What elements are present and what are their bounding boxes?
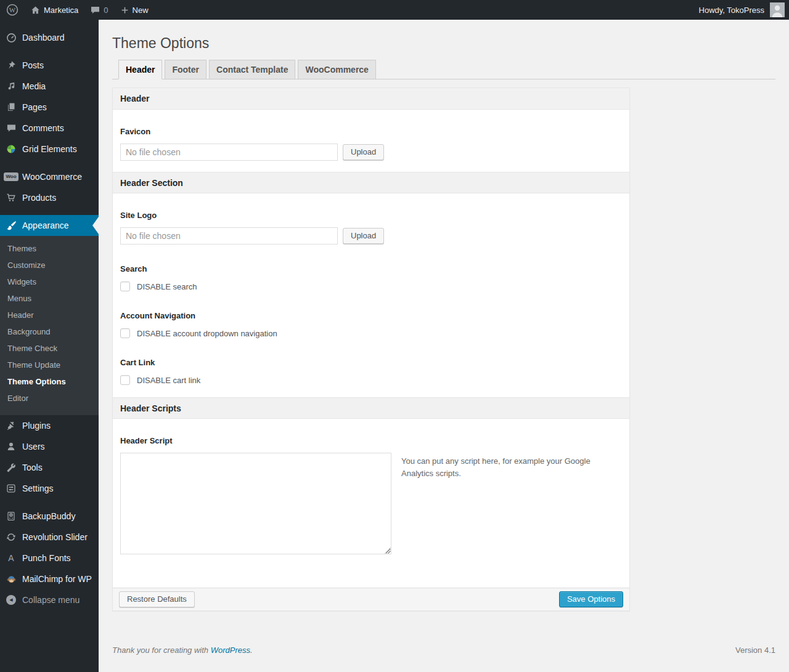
restore-defaults-button[interactable]: Restore Defaults bbox=[119, 591, 195, 607]
plug-icon bbox=[5, 419, 17, 432]
dashboard-icon bbox=[5, 31, 17, 44]
sidebar-item-tools[interactable]: Tools bbox=[0, 457, 99, 478]
sidebar-item-collapse-menu[interactable]: ◀ Collapse menu bbox=[0, 589, 99, 610]
submenu-item-theme-check[interactable]: Theme Check bbox=[0, 340, 99, 357]
site-name-label: Marketica bbox=[44, 6, 78, 15]
admin-bar: W Marketica 0 New Howdy, TokoPress bbox=[0, 0, 789, 20]
disable-search-checkbox[interactable] bbox=[120, 281, 130, 291]
section-body-header-section: Site Logo Upload Search DISABLE search A… bbox=[113, 193, 629, 397]
user-icon bbox=[5, 440, 17, 453]
account-menu[interactable]: Howdy, TokoPress bbox=[699, 0, 789, 20]
sidebar-item-appearance[interactable]: Appearance bbox=[0, 215, 99, 236]
cart-icon bbox=[5, 192, 17, 204]
submenu-item-widgets[interactable]: Widgets bbox=[0, 273, 99, 290]
section-body-header: Favicon Upload bbox=[113, 110, 629, 172]
letter-a-icon: A bbox=[5, 552, 17, 564]
brush-icon bbox=[5, 219, 17, 232]
disable-search-label: DISABLE search bbox=[137, 282, 197, 291]
disable-cart-link-checkbox[interactable] bbox=[120, 375, 130, 385]
sidebar-item-dashboard[interactable]: Dashboard bbox=[0, 27, 99, 48]
submenu-item-menus[interactable]: Menus bbox=[0, 290, 99, 307]
submenu-item-theme-update[interactable]: Theme Update bbox=[0, 357, 99, 373]
sidebar-item-plugins[interactable]: Plugins bbox=[0, 415, 99, 436]
disable-account-nav-checkbox[interactable] bbox=[120, 328, 130, 338]
admin-sidebar: Dashboard Posts Media Pages Comments Gri… bbox=[0, 20, 99, 672]
tab-header[interactable]: Header bbox=[118, 60, 162, 79]
comments-shortcut[interactable]: 0 bbox=[84, 0, 114, 20]
header-script-label: Header Script bbox=[120, 436, 622, 445]
tab-contact-template[interactable]: Contact Template bbox=[209, 60, 295, 79]
sidebar-item-mailchimp[interactable]: MailChimp for WP bbox=[0, 569, 99, 589]
sidebar-item-posts[interactable]: Posts bbox=[0, 55, 99, 76]
panel-footer: Restore Defaults Save Options bbox=[113, 588, 629, 610]
disable-search-row: DISABLE search bbox=[120, 281, 622, 291]
footer-thanks-text: Thank you for creating with WordPress. bbox=[112, 646, 253, 655]
site-logo-label: Site Logo bbox=[120, 211, 622, 220]
favicon-upload-button[interactable]: Upload bbox=[343, 144, 384, 160]
sidebar-item-grid-elements[interactable]: Grid Elements bbox=[0, 139, 99, 160]
submenu-item-themes[interactable]: Themes bbox=[0, 240, 99, 257]
favicon-label: Favicon bbox=[120, 127, 622, 136]
admin-bar-left: W Marketica 0 New bbox=[0, 0, 155, 20]
tab-bar: HeaderFooterContact TemplateWooCommerce bbox=[112, 60, 775, 79]
submenu-item-header[interactable]: Header bbox=[0, 307, 99, 323]
sidebar-item-punch-fonts[interactable]: A Punch Fonts bbox=[0, 548, 99, 569]
page-footer: Thank you for creating with WordPress. V… bbox=[112, 646, 775, 655]
comments-icon bbox=[5, 122, 17, 134]
media-icon bbox=[5, 80, 17, 92]
tab-footer[interactable]: Footer bbox=[165, 60, 206, 79]
save-options-button[interactable]: Save Options bbox=[559, 591, 623, 607]
site-logo-file-input[interactable] bbox=[120, 227, 338, 245]
submenu-item-background[interactable]: Background bbox=[0, 323, 99, 340]
sidebar-item-woocommerce[interactable]: Woo WooCommerce bbox=[0, 166, 99, 187]
sidebar-item-pages[interactable]: Pages bbox=[0, 97, 99, 118]
header-script-textarea[interactable] bbox=[120, 453, 391, 554]
disable-account-nav-row: DISABLE account dropdown navigation bbox=[120, 328, 622, 338]
submenu-item-editor[interactable]: Editor bbox=[0, 390, 99, 407]
site-logo-upload-button[interactable]: Upload bbox=[343, 228, 384, 244]
page-title: Theme Options bbox=[112, 20, 775, 52]
menu-separator bbox=[0, 208, 99, 215]
section-header-scripts: Header Scripts bbox=[113, 397, 629, 419]
comments-count: 0 bbox=[104, 6, 108, 15]
disable-account-nav-label: DISABLE account dropdown navigation bbox=[137, 329, 277, 338]
disable-cart-link-label: DISABLE cart link bbox=[137, 376, 200, 385]
sidebar-item-settings[interactable]: Settings bbox=[0, 478, 99, 499]
sidebar-item-users[interactable]: Users bbox=[0, 436, 99, 457]
favicon-file-input[interactable] bbox=[120, 144, 338, 161]
tab-woocommerce[interactable]: WooCommerce bbox=[298, 60, 375, 79]
grid-elements-icon bbox=[5, 143, 17, 155]
sidebar-item-media[interactable]: Media bbox=[0, 76, 99, 97]
refresh-arrows-icon bbox=[5, 531, 17, 543]
menu-separator bbox=[0, 160, 99, 166]
collapse-arrow-icon: ◀ bbox=[5, 594, 17, 606]
account-navigation-label: Account Navigation bbox=[120, 311, 622, 320]
sidebar-item-comments[interactable]: Comments bbox=[0, 118, 99, 139]
section-header-section: Header Section bbox=[113, 172, 629, 193]
pushpin-icon bbox=[5, 59, 17, 71]
backup-drive-icon bbox=[5, 510, 17, 522]
site-name-link[interactable]: Marketica bbox=[25, 0, 84, 20]
home-icon bbox=[31, 6, 40, 15]
theme-options-panel: Header Favicon Upload Header Section Sit… bbox=[112, 87, 630, 611]
submenu-item-theme-options[interactable]: Theme Options bbox=[0, 373, 99, 390]
submenu-item-customize[interactable]: Customize bbox=[0, 257, 99, 273]
new-content-menu[interactable]: New bbox=[115, 0, 155, 20]
wordpress-logo-icon: W bbox=[6, 4, 18, 16]
menu-separator bbox=[0, 48, 99, 55]
pages-icon bbox=[5, 101, 17, 113]
sidebar-item-revolution-slider[interactable]: Revolution Slider bbox=[0, 527, 99, 548]
sidebar-item-products[interactable]: Products bbox=[0, 187, 99, 208]
plus-icon bbox=[121, 6, 129, 14]
search-label: Search bbox=[120, 264, 622, 273]
section-body-header-scripts: Header Script You can put any script her… bbox=[113, 419, 629, 588]
avatar bbox=[770, 2, 785, 17]
mailchimp-monkey-icon bbox=[5, 573, 17, 585]
wordpress-logo-menu[interactable]: W bbox=[0, 0, 25, 20]
new-label: New bbox=[133, 6, 149, 15]
svg-text:W: W bbox=[9, 6, 16, 14]
howdy-text: Howdy, TokoPress bbox=[699, 6, 764, 15]
wordpress-link[interactable]: WordPress bbox=[211, 646, 250, 655]
section-header: Header bbox=[113, 88, 629, 110]
sidebar-item-backupbuddy[interactable]: BackupBuddy bbox=[0, 506, 99, 527]
